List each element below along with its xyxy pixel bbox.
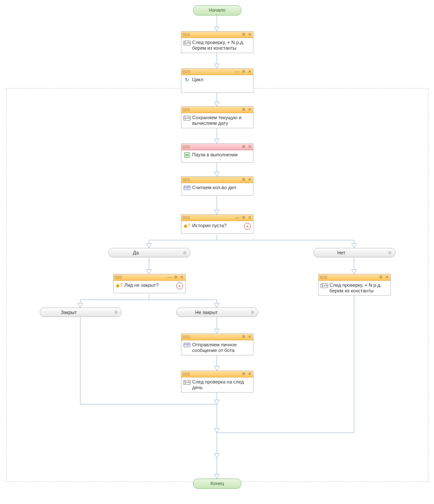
add-branch-button[interactable]: + — [244, 223, 251, 230]
variable-icon: $=% — [320, 283, 328, 288]
node-label: След проверку, + N р.д. берем из констан… — [192, 40, 251, 51]
close-icon[interactable]: ✕ — [179, 275, 184, 280]
node-header: ✲ ✕ — [181, 144, 253, 150]
add-branch-button[interactable]: + — [176, 282, 183, 289]
branch-label: Да — [133, 250, 139, 255]
node-label: Лид не закрыт? — [124, 282, 158, 288]
node-label: След проверка на след день — [192, 379, 251, 390]
gear-icon[interactable]: ✲ — [114, 310, 118, 315]
gear-icon[interactable]: ✲ — [173, 275, 178, 280]
node-label: Цикл — [192, 77, 203, 82]
close-icon[interactable]: ✕ — [247, 108, 252, 112]
end-terminal[interactable]: Конец — [193, 479, 241, 489]
pause-icon — [184, 152, 190, 158]
node-header: ✲ ✕ — [319, 274, 390, 281]
loop-icon: ↻ — [184, 77, 190, 83]
node-save-date[interactable]: ✲ ✕ $=% Сохраняем текущую и вычисляем да… — [181, 106, 253, 128]
node-loop[interactable]: — ✲ ✕ ↻ Цикл — [181, 68, 253, 93]
node-label: Пауза в выполнении — [192, 152, 238, 158]
gear-icon[interactable]: ✲ — [241, 32, 246, 37]
gear-icon[interactable]: ✲ — [241, 145, 246, 149]
gear-icon[interactable]: ✲ — [241, 216, 246, 220]
grip-icon — [183, 216, 190, 219]
gear-icon[interactable]: ✲ — [183, 250, 187, 256]
minimize-icon[interactable]: — — [235, 70, 240, 74]
node-send-message[interactable]: ✲ ✕ PHP Отправляем личное сообщение от б… — [181, 333, 253, 355]
branch-no[interactable]: Нет ✲ — [314, 248, 396, 257]
node-label: Считаем кол-во дел — [192, 185, 236, 190]
variable-icon: $=% — [183, 380, 191, 385]
branch-closed[interactable]: Закрыт ✲ — [40, 307, 122, 317]
node-header: — ✲ ✕ — [114, 274, 185, 281]
branch-not-closed[interactable]: Не закрыт ✲ — [176, 307, 258, 317]
node-header: ✲ ✕ — [181, 177, 253, 183]
node-header: — ✲ ✕ — [181, 69, 253, 75]
variable-icon: $=% — [183, 116, 191, 120]
minimize-icon[interactable]: — — [235, 216, 240, 220]
branch-label: Закрыт — [61, 310, 77, 315]
node-header: ✲ ✕ — [181, 32, 253, 38]
gear-icon[interactable]: ✲ — [241, 70, 246, 74]
node-count-deals[interactable]: ✲ ✕ PHP Считаем кол-во дел — [181, 176, 253, 196]
gear-icon[interactable]: ✲ — [241, 108, 246, 112]
grip-icon — [183, 145, 190, 149]
node-label: Сохраняем текущую и вычисляем дату — [192, 115, 251, 126]
close-icon[interactable]: ✕ — [247, 178, 252, 182]
gear-icon[interactable]: ✲ — [241, 372, 246, 377]
gear-icon[interactable]: ✲ — [388, 250, 392, 256]
grip-icon — [115, 276, 122, 279]
grip-icon — [183, 178, 190, 181]
condition-icon: ◆? — [184, 223, 190, 229]
node-history-empty[interactable]: — ✲ ✕ ◆? История пуста? + — [181, 214, 253, 234]
grip-icon — [183, 70, 190, 73]
node-next-check-no[interactable]: ✲ ✕ $=% След проверку, + N р.д. берем из… — [318, 274, 391, 296]
branch-label: Не закрыт — [195, 310, 218, 315]
gear-icon[interactable]: ✲ — [241, 335, 246, 339]
node-header: ✲ ✕ — [181, 334, 253, 340]
gear-icon[interactable]: ✲ — [378, 275, 383, 280]
start-terminal[interactable]: Начало — [193, 5, 241, 16]
minimize-icon[interactable]: — — [167, 275, 172, 280]
gear-icon[interactable]: ✲ — [250, 310, 254, 315]
variable-icon: $=% — [183, 41, 191, 45]
node-next-day-check[interactable]: ✲ ✕ $=% След проверка на след день — [181, 371, 253, 393]
close-icon[interactable]: ✕ — [247, 372, 252, 377]
node-header: ✲ ✕ — [181, 371, 253, 377]
grip-icon — [183, 372, 190, 376]
close-icon[interactable]: ✕ — [247, 335, 252, 339]
close-icon[interactable]: ✕ — [247, 32, 252, 37]
node-label: Отправляем личное сообщение от бота — [192, 342, 251, 353]
close-icon[interactable]: ✕ — [247, 70, 252, 74]
node-header: ✲ ✕ — [181, 107, 253, 113]
grip-icon — [320, 276, 327, 279]
grip-icon — [183, 33, 190, 36]
close-icon[interactable]: ✕ — [384, 275, 389, 280]
node-label: След проверку, + N р.д. берем из констан… — [329, 282, 388, 294]
condition-icon: ◆? — [116, 282, 123, 288]
php-icon: PHP — [184, 186, 191, 190]
node-initial-check[interactable]: ✲ ✕ $=% След проверку, + N р.д. берем из… — [181, 31, 253, 53]
grip-icon — [183, 335, 190, 339]
branch-label: Нет — [337, 250, 345, 255]
flowchart-canvas: Начало ✲ ✕ $=% След проверку, + N р.д. б… — [0, 0, 434, 504]
node-label: История пуста? — [192, 223, 227, 228]
branch-yes[interactable]: Да ✲ — [108, 248, 190, 257]
node-header: — ✲ ✕ — [181, 215, 253, 221]
node-pause[interactable]: ✲ ✕ Пауза в выполнении — [181, 143, 253, 163]
php-icon: PHP — [184, 343, 191, 347]
grip-icon — [183, 108, 190, 111]
close-icon[interactable]: ✕ — [247, 216, 252, 220]
gear-icon[interactable]: ✲ — [241, 178, 246, 182]
node-lead-not-closed[interactable]: — ✲ ✕ ◆? Лид не закрыт? + — [113, 274, 186, 293]
close-icon[interactable]: ✕ — [247, 145, 252, 149]
